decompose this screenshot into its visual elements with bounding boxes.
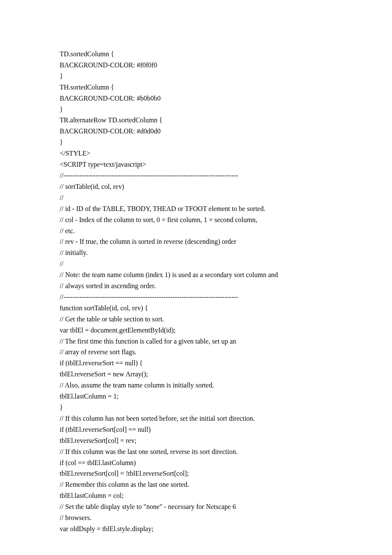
code-line: // If this column was the last one sorte… [60, 446, 332, 457]
code-line: tblEl.reverseSort[col] = !tblEl.reverseS… [60, 468, 332, 479]
code-line: <SCRIPT type=text/javascript> [60, 159, 332, 170]
code-line: // etc. [60, 225, 332, 237]
code-line: } [60, 402, 332, 413]
code-line: // sortTable(id, col, rev) [60, 181, 332, 192]
code-line: //--------------------------------------… [60, 292, 332, 303]
code-line: // rev - If true, the column is sorted i… [60, 236, 332, 247]
code-line: tblEl.lastColumn = 1; [60, 391, 332, 402]
code-line: // initially. [60, 247, 332, 258]
code-line: } [60, 137, 332, 148]
code-line: } [60, 71, 332, 82]
code-line: tblEl.reverseSort = new Array(); [60, 369, 332, 380]
code-line: // Remember this column as the last one … [60, 479, 332, 490]
code-line: TH.sortedColumn { [60, 82, 332, 93]
code-line: // Also, assume the team name column is … [60, 380, 332, 391]
code-line: // array of reverse sort flags. [60, 347, 332, 358]
document-page: TD.sortedColumn {BACKGROUND-COLOR: #f0f0… [0, 0, 392, 555]
code-listing: TD.sortedColumn {BACKGROUND-COLOR: #f0f0… [60, 49, 332, 535]
code-line: BACKGROUND-COLOR: #d0d0d0 [60, 126, 332, 137]
code-line: // If this column has not been sorted be… [60, 413, 332, 424]
code-line: tblEl.reverseSort[col] = rev; [60, 435, 332, 446]
code-line: function sortTable(id, col, rev) { [60, 303, 332, 314]
code-line: // id - ID of the TABLE, TBODY, THEAD or… [60, 203, 332, 214]
code-line: // [60, 192, 332, 203]
code-line: // Get the table or table section to sor… [60, 314, 332, 325]
code-line: } [60, 104, 332, 115]
code-line: </STYLE> [60, 148, 332, 159]
code-line: BACKGROUND-COLOR: #b0b0b0 [60, 93, 332, 104]
code-line: if (col == tblEl.lastColumn) [60, 457, 332, 468]
code-line: // Set the table display style to "none"… [60, 501, 332, 512]
code-line: if (tblEl.reverseSort == null) { [60, 358, 332, 369]
code-line: var tblEl = document.getElementById(id); [60, 325, 332, 336]
code-line: tblEl.lastColumn = col; [60, 490, 332, 501]
code-line: if (tblEl.reverseSort[col] == null) [60, 424, 332, 435]
code-line: // Note: the team name column (index 1) … [60, 269, 332, 280]
code-line: // browsers. [60, 512, 332, 523]
code-line: TD.sortedColumn { [60, 49, 332, 60]
code-line: var oldDsply = tblEl.style.display; [60, 523, 332, 535]
code-line: // The first time this function is calle… [60, 336, 332, 347]
code-line: // always sorted in ascending order. [60, 280, 332, 292]
code-line: //--------------------------------------… [60, 170, 332, 181]
code-line: TR.alternateRow TD.sortedColumn { [60, 115, 332, 126]
code-line: // col - Index of the column to sort, 0 … [60, 214, 332, 225]
code-line: BACKGROUND-COLOR: #f0f0f0 [60, 60, 332, 71]
code-line: // [60, 258, 332, 269]
